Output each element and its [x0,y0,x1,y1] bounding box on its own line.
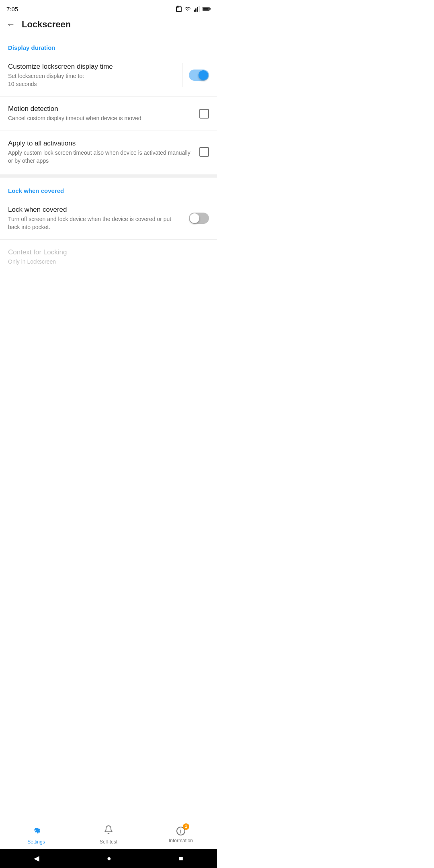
status-bar: 7:05 [0,0,217,16]
svg-rect-3 [180,6,180,8]
setting-motion-detection[interactable]: Motion detection Cancel custom display t… [0,98,217,129]
svg-rect-7 [199,6,200,12]
divider [0,240,217,240]
toggle-thumb [199,70,208,80]
content-spacer [0,272,217,324]
setting-motion-detection-content: Motion detection Cancel custom display t… [8,104,199,123]
status-icons [176,6,211,12]
toolbar: ← Lockscreen [0,16,217,35]
sd-card-icon [176,6,182,12]
setting-motion-detection-title: Motion detection [8,104,193,113]
section-header-display-duration: Display duration [0,35,217,56]
svg-rect-9 [203,8,209,10]
svg-rect-1 [177,6,178,8]
divider [0,131,217,131]
setting-customize-lockscreen-title: Customize lockscreen display time [8,62,176,71]
checkbox-apply-all-activations[interactable] [199,147,209,157]
section-header-lock-when-covered: Lock when covered [0,178,217,199]
signal-icon [194,6,200,12]
svg-rect-10 [210,8,211,10]
setting-motion-detection-subtitle: Cancel custom display timeout when devic… [8,115,193,123]
setting-customize-lockscreen-subtitle: Set lockscreen display time to:10 second… [8,72,176,88]
svg-rect-2 [178,6,179,8]
svg-rect-4 [194,10,195,12]
toggle-lock-when-covered[interactable] [189,213,209,224]
status-time: 7:05 [6,6,18,12]
divider [0,96,217,96]
setting-apply-all-activations[interactable]: Apply to all activations Apply custom lo… [0,133,217,171]
battery-icon [203,6,211,11]
setting-customize-lockscreen[interactable]: Customize lockscreen display time Set lo… [0,56,217,94]
vertical-divider [182,63,182,87]
svg-rect-5 [195,8,197,12]
setting-lock-when-covered-title: Lock when covered [8,205,182,214]
setting-context-locking-title: Context for Locking [8,248,203,257]
setting-apply-all-activations-subtitle: Apply custom lock screen timeout also wh… [8,149,193,165]
setting-context-locking-subtitle: Only in Lockscreen [8,258,203,266]
setting-lock-when-covered-content: Lock when covered Turn off screen and lo… [8,205,189,231]
setting-customize-lockscreen-content: Customize lockscreen display time Set lo… [8,62,182,88]
svg-rect-6 [197,7,198,12]
toggle-customize-lockscreen[interactable] [189,70,209,81]
wifi-icon [184,6,191,12]
section-lock-when-covered: Lock when covered Lock when covered Turn… [0,178,217,272]
back-button[interactable]: ← [6,19,15,30]
section-display-duration: Display duration Customize lockscreen di… [0,35,217,171]
setting-apply-all-activations-content: Apply to all activations Apply custom lo… [8,139,199,165]
page-title: Lockscreen [22,19,71,30]
checkbox-motion-detection[interactable] [199,109,209,119]
setting-lock-when-covered[interactable]: Lock when covered Turn off screen and lo… [0,199,217,237]
setting-context-locking-content: Context for Locking Only in Lockscreen [8,248,209,266]
setting-apply-all-activations-title: Apply to all activations [8,139,193,148]
main-content: Display duration Customize lockscreen di… [0,35,217,272]
setting-context-locking: Context for Locking Only in Lockscreen [0,242,217,272]
section-divider [0,174,217,178]
setting-lock-when-covered-subtitle: Turn off screen and lock device when the… [8,215,182,231]
